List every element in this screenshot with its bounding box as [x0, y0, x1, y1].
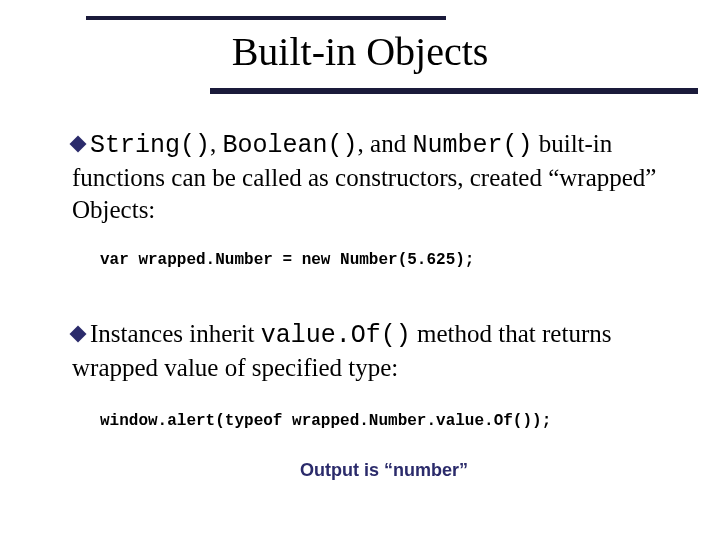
bullet-lead-text: Instances inherit	[90, 320, 261, 347]
code-span-number: Number()	[412, 131, 532, 160]
code-example-2: window.alert(typeof wrapped.Number.value…	[100, 412, 551, 431]
code-example-1: var wrapped.Number = new Number(5.625);	[100, 251, 474, 270]
text-sep: , and	[358, 130, 413, 157]
bullet-point-1: String(), Boolean(), and Number() built-…	[72, 128, 680, 226]
output-note: Output is “number”	[300, 460, 468, 481]
code-span-string: String()	[90, 131, 210, 160]
bullet-point-2: Instances inherit value.Of() method that…	[72, 318, 680, 384]
diamond-bullet-icon	[70, 136, 87, 153]
code-span-valueof: value.Of()	[261, 321, 411, 350]
decorative-rule-under-title	[210, 88, 698, 94]
decorative-rule-top	[86, 16, 446, 20]
diamond-bullet-icon	[70, 326, 87, 343]
code-span-boolean: Boolean()	[223, 131, 358, 160]
slide-title: Built-in Objects	[0, 28, 720, 75]
text-sep: ,	[210, 130, 223, 157]
